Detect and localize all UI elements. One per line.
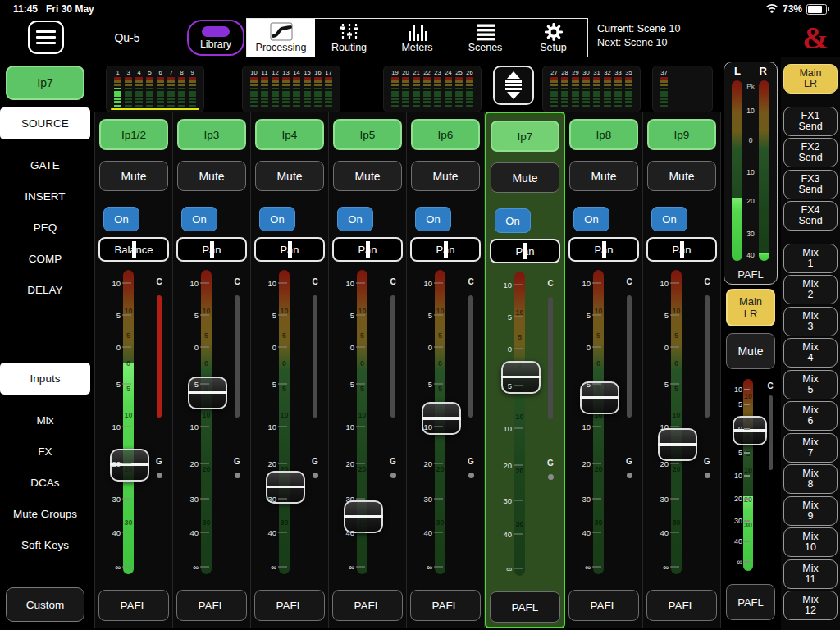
pafl-button[interactable]: PAFL (332, 590, 403, 621)
mix-select-mix-2[interactable]: Mix2 (783, 275, 838, 304)
sidebar-item-comp[interactable]: COMP (0, 243, 90, 274)
channel-name-button[interactable]: Ip6 (411, 119, 480, 150)
mix-select-mix-3[interactable]: Mix3 (783, 307, 838, 336)
mix-select-fx4-send[interactable]: FX4Send (783, 201, 838, 231)
master-pafl-button[interactable]: PAFL (726, 584, 775, 620)
menu-button[interactable] (28, 21, 64, 54)
meter-group[interactable]: 1011121314151617 (242, 66, 340, 112)
pafl-button[interactable]: PAFL (490, 591, 560, 623)
mix-select-mix-6[interactable]: Mix6 (783, 401, 838, 431)
on-button[interactable]: On (573, 207, 609, 231)
on-button[interactable]: On (415, 207, 451, 231)
sidebar-item-source[interactable]: SOURCE (0, 107, 90, 139)
sidebar-item-soft-keys[interactable]: Soft Keys (0, 529, 90, 560)
library-button[interactable]: Library (187, 20, 244, 56)
pan-button[interactable]: Pan (646, 237, 717, 262)
pan-button[interactable]: Pan (332, 237, 403, 262)
sidebar-item-insert[interactable]: INSERT (0, 180, 90, 212)
mix-select-mix-8[interactable]: Mix8 (783, 464, 838, 494)
custom-button[interactable]: Custom (6, 587, 84, 622)
meter-group[interactable]: 37 (652, 66, 713, 112)
sidebar-item-fx[interactable]: FX (0, 436, 90, 467)
mix-select-mix-5[interactable]: Mix5 (783, 370, 838, 399)
pafl-button[interactable]: PAFL (410, 590, 481, 621)
channel-name-button[interactable]: Ip7 (491, 121, 559, 152)
mute-button[interactable]: Mute (177, 161, 246, 191)
mix-select-mix-12[interactable]: Mix12 (783, 591, 838, 620)
pafl-button[interactable]: PAFL (98, 590, 169, 621)
sidebar-item-mute-groups[interactable]: Mute Groups (0, 498, 90, 529)
channel-name-button[interactable]: Ip8 (569, 119, 638, 150)
pan-button[interactable]: Pan (568, 237, 639, 262)
fader-scale-mark: 30 (95, 494, 131, 503)
pafl-button[interactable]: PAFL (254, 590, 325, 621)
mix-select-mix-11[interactable]: Mix11 (783, 559, 838, 589)
mute-button[interactable]: Mute (411, 161, 480, 191)
mute-button[interactable]: Mute (491, 162, 559, 193)
master-mute-button[interactable]: Mute (726, 333, 775, 369)
on-button[interactable]: On (181, 207, 217, 231)
mute-button[interactable]: Mute (99, 161, 168, 191)
channel-name-button[interactable]: Ip9 (647, 119, 716, 150)
sidebar-item-delay[interactable]: DELAY (0, 274, 90, 305)
tab-processing[interactable]: Processing (247, 19, 315, 57)
pan-button[interactable]: Pan (410, 237, 481, 262)
pafl-button[interactable]: PAFL (176, 590, 247, 621)
channel-name-button[interactable]: Ip3 (177, 119, 246, 150)
meter-group[interactable]: 2728293031323335 (542, 66, 641, 112)
channel-name-button[interactable]: Ip4 (255, 119, 324, 150)
mute-button[interactable]: Mute (255, 161, 324, 191)
mute-button[interactable]: Mute (569, 161, 638, 191)
on-button[interactable]: On (103, 207, 139, 231)
selected-channel-button[interactable]: Ip7 (6, 66, 84, 100)
meter-group[interactable]: 13456789 (106, 66, 204, 112)
mix-select-mix-7[interactable]: Mix7 (783, 433, 838, 463)
sidebar-item-gate[interactable]: GATE (0, 149, 90, 180)
mini-meter-ch1 (112, 76, 123, 107)
meter-group[interactable]: 1920212223242526 (383, 66, 482, 112)
channel-name-button[interactable]: Ip1/2 (99, 119, 168, 150)
sidebar-item-dcas[interactable]: DCAs (0, 467, 90, 498)
battery-icon (806, 4, 827, 15)
fader-scale-mark: 5 (407, 380, 443, 389)
mix-select-mix-4[interactable]: Mix4 (783, 338, 838, 368)
mix-select-mix-1[interactable]: Mix1 (783, 244, 838, 273)
mix-select-fx3-send[interactable]: FX3Send (783, 170, 838, 199)
pan-position-indicator (288, 241, 292, 258)
pafl-button[interactable]: PAFL (646, 590, 717, 621)
tab-meters[interactable]: Meters (383, 19, 451, 57)
on-button[interactable]: On (337, 207, 373, 231)
mute-button[interactable]: Mute (647, 161, 716, 191)
on-button[interactable]: On (651, 207, 687, 231)
mute-button[interactable]: Mute (333, 161, 402, 191)
channel-strip: Ip4 Mute On Pan 10505102030 C G 10505102… (251, 112, 329, 628)
pan-button[interactable]: Pan (490, 239, 560, 263)
mix-select-mix-10[interactable]: Mix10 (783, 527, 838, 557)
meter-scale-number: 0 (357, 359, 368, 368)
mix-select-fx1-send[interactable]: FX1Send (783, 107, 838, 136)
on-button[interactable]: On (495, 208, 531, 233)
sidebar-item-mix[interactable]: Mix (0, 404, 90, 436)
tab-setup[interactable]: Setup (519, 19, 587, 57)
mix-select-main-lr[interactable]: MainLR (783, 64, 838, 94)
fader-handle[interactable] (658, 428, 697, 461)
sidebar-item-inputs[interactable]: Inputs (0, 363, 90, 395)
pan-button[interactable]: Balance (98, 237, 169, 262)
fader-scale-mark: 0 (173, 343, 209, 352)
pan-button[interactable]: Pan (254, 237, 325, 262)
tab-routing[interactable]: Routing (315, 19, 383, 57)
pan-button[interactable]: Pan (176, 237, 247, 262)
fader-scale-mark: 10 (643, 279, 679, 288)
gate-indicator-label: G (542, 459, 559, 468)
main-lr-select-button[interactable]: Main LR (726, 289, 775, 326)
mix-select-fx2-send[interactable]: FX2Send (783, 138, 838, 167)
sidebar-item-peq[interactable]: PEQ (0, 212, 90, 243)
fader-area: 10505102030 C G 1050510203040∞ (329, 267, 406, 580)
tab-scenes[interactable]: Scenes (451, 19, 519, 57)
pafl-button[interactable]: PAFL (568, 590, 639, 621)
mix-select-mix-9[interactable]: Mix9 (783, 496, 838, 526)
bank-scroll-button[interactable] (493, 66, 534, 105)
fader-scale-mark: 5 (486, 312, 523, 321)
channel-name-button[interactable]: Ip5 (333, 119, 402, 150)
on-button[interactable]: On (259, 207, 295, 231)
